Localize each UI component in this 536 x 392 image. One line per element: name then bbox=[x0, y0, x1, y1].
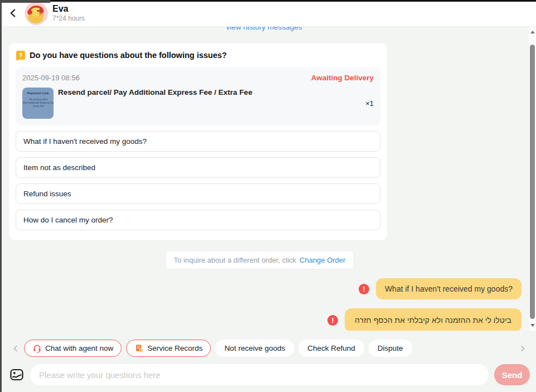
issue-option-cancel-order[interactable]: How do I cancel my order? bbox=[16, 210, 380, 230]
thumbnail-heading: Payment Link bbox=[27, 91, 49, 95]
chip-chat-with-agent[interactable]: Chat with agent now bbox=[24, 340, 122, 357]
back-button[interactable] bbox=[4, 5, 21, 22]
bot-question-card: ? Do you have questions about the follow… bbox=[9, 43, 387, 240]
chip-label: Chat with agent now bbox=[45, 344, 113, 352]
user-message-bubble: What if I haven't received my goods? bbox=[376, 278, 521, 299]
order-top-row: 2025-09-19 08:56 Awaiting Delivery bbox=[22, 74, 374, 82]
order-summary-card[interactable]: 2025-09-19 08:56 Awaiting Delivery Payme… bbox=[16, 67, 380, 125]
send-button[interactable]: Send bbox=[494, 364, 530, 385]
thumbnail-lines: · Re-send product · Pay Additional Shipp… bbox=[22, 98, 54, 108]
user-message-bubble: ביטלו לי את ההזמנה ולא קיבלתי את הכסף חז… bbox=[345, 308, 521, 331]
chat-message-area[interactable]: view history messages ? Do you have ques… bbox=[0, 27, 528, 331]
question-prompt: Do you have questions about the followin… bbox=[30, 51, 227, 60]
issue-option-refund[interactable]: Refund issues bbox=[16, 183, 380, 204]
send-failed-icon[interactable]: ! bbox=[327, 315, 338, 326]
history-link-row: view history messages bbox=[0, 27, 528, 31]
chips-scroll-left-button[interactable] bbox=[11, 342, 20, 355]
window-edge-left bbox=[0, 0, 2, 392]
quick-actions-row: Chat with agent now Service Records Not … bbox=[0, 331, 536, 357]
send-failed-icon[interactable]: ! bbox=[359, 284, 369, 294]
question-bubble-icon: ? bbox=[16, 51, 25, 60]
order-quantity: ×1 bbox=[365, 99, 374, 108]
scroll-down-arrow-icon[interactable] bbox=[530, 324, 535, 327]
chip-dispute[interactable]: Dispute bbox=[369, 340, 412, 357]
product-thumbnail: Payment Link · Re-send product · Pay Add… bbox=[22, 88, 54, 119]
avatar bbox=[25, 2, 48, 25]
chip-label: Not receive goods bbox=[224, 344, 285, 352]
view-history-link[interactable]: view history messages bbox=[226, 27, 302, 31]
change-order-row: To inquire about a different order, clic… bbox=[0, 251, 528, 269]
chips-scroll-right-button[interactable] bbox=[518, 342, 527, 355]
chat-header: Eva 7*24 hours bbox=[0, 0, 536, 27]
chip-label: Dispute bbox=[378, 344, 403, 352]
order-product-title: Resend parcel/ Pay Additional Express Fe… bbox=[58, 88, 361, 97]
scrollbar-thumb[interactable] bbox=[530, 45, 535, 319]
question-header: ? Do you have questions about the follow… bbox=[9, 51, 387, 60]
order-date: 2025-09-19 08:56 bbox=[22, 74, 80, 82]
message-input[interactable] bbox=[30, 364, 489, 385]
window-edge-top bbox=[50, 0, 536, 2]
bottom-panel: Chat with agent now Service Records Not … bbox=[0, 331, 536, 392]
back-chevron-icon bbox=[9, 9, 17, 17]
message-composer: Send bbox=[0, 364, 536, 385]
chevron-right-icon bbox=[519, 345, 526, 352]
chip-not-receive-goods[interactable]: Not receive goods bbox=[215, 340, 294, 357]
agent-name: Eva bbox=[52, 3, 85, 14]
eva-chick-avatar-icon bbox=[25, 2, 48, 25]
picture-icon bbox=[9, 367, 25, 383]
vertical-scrollbar[interactable] bbox=[528, 27, 536, 331]
window-edge-top-left bbox=[0, 0, 50, 3]
user-message-row: ! ביטלו לי את ההזמנה ולא קיבלתי את הכסף … bbox=[0, 308, 528, 331]
header-title-block: Eva 7*24 hours bbox=[52, 3, 85, 23]
user-message-row: ! What if I haven't received my goods? bbox=[0, 278, 528, 299]
order-main-row: Payment Link · Re-send product · Pay Add… bbox=[22, 88, 374, 119]
thumbnail-line: · Extra Fee bbox=[22, 105, 54, 108]
service-records-icon bbox=[134, 343, 144, 353]
issue-option-not-received[interactable]: What if I haven't received my goods? bbox=[16, 131, 380, 152]
chip-check-refund[interactable]: Check Refund bbox=[298, 340, 364, 357]
change-order-text: To inquire about a different order, clic… bbox=[174, 256, 296, 264]
quick-action-chips: Chat with agent now Service Records Not … bbox=[24, 340, 518, 357]
chip-label: Service Records bbox=[147, 344, 202, 352]
chip-label: Check Refund bbox=[307, 344, 355, 352]
agent-headset-icon bbox=[32, 343, 42, 353]
agent-availability: 7*24 hours bbox=[52, 14, 85, 23]
chip-service-records[interactable]: Service Records bbox=[126, 340, 211, 357]
change-order-link[interactable]: Change Order bbox=[300, 256, 345, 264]
attach-image-button[interactable] bbox=[9, 367, 25, 383]
change-order-pill: To inquire about a different order, clic… bbox=[166, 251, 354, 269]
issue-option-not-as-described[interactable]: Item not as described bbox=[16, 157, 380, 178]
chevron-left-icon bbox=[12, 345, 19, 352]
order-status-badge: Awaiting Delivery bbox=[311, 74, 374, 82]
scroll-up-arrow-icon[interactable] bbox=[530, 31, 535, 33]
